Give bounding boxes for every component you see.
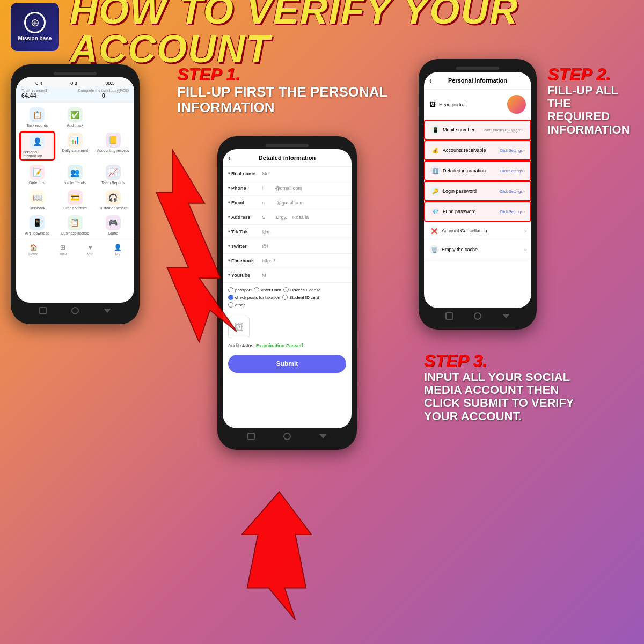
step2-label: STEP 2. [547, 64, 633, 84]
nav-task[interactable]: ⊞ Task [59, 244, 67, 256]
my-icon: 👤 [114, 244, 122, 251]
phone2: ‹ Personal information 🖼 Head portrait [419, 59, 537, 330]
nav-vip-label: VIP [87, 252, 93, 256]
menu-customer-service[interactable]: 🎧 Customer service [95, 188, 131, 211]
menu-order-list[interactable]: 📝 Order List [19, 163, 55, 186]
mobile-value: loco0mete(0)1@gm... [484, 128, 525, 133]
image-placeholder[interactable]: 🖼 [228, 317, 250, 338]
nav-home[interactable]: 🏠 Home [28, 244, 39, 256]
vip-icon: ♥ [89, 244, 92, 251]
twitter-label: * Twitter [228, 244, 258, 249]
business-label: Business license [61, 231, 89, 235]
email-label: * Email [228, 200, 258, 206]
menu-game[interactable]: 🎮 Game [95, 214, 131, 237]
mobile-left: 📱 Mobile number [430, 125, 475, 135]
home-icon: 🏠 [30, 244, 38, 251]
phone3-back-icon[interactable]: ‹ [228, 153, 231, 162]
accounting-label: Accounting records [97, 149, 129, 152]
student-checkbox[interactable] [282, 295, 288, 300]
menu-audit-task[interactable]: ✅ Audit task [57, 106, 93, 129]
taxation-checkbox[interactable] [228, 295, 233, 300]
stat2: 0.8 [70, 80, 77, 86]
portrait-icon: 🖼 [429, 101, 436, 108]
phone2-accounts[interactable]: 💰 Accounts receivable Click Settings › [424, 140, 531, 160]
phone3-triangle-btn [319, 434, 327, 438]
invite-label: Invite friends [64, 181, 86, 185]
phone2-fund-pw[interactable]: 💎 Fund password Click Settings › [424, 201, 531, 222]
step1-desc: FILL-UP FIRST THE PERSONAL INFORMATION [177, 84, 408, 115]
nav-vip[interactable]: ♥ VIP [87, 244, 93, 256]
facebook-value: https:/ [262, 258, 346, 264]
other-label: other [235, 303, 245, 308]
cancellation-arrow: › [524, 228, 526, 234]
loginpw-value: Click Settings › [500, 189, 525, 193]
loginpw-left: 🔑 Login password [430, 186, 477, 196]
daily-statement-icon: 📊 [68, 133, 83, 148]
phone2-cancellation[interactable]: ❌ Account Cancellation › [424, 222, 531, 240]
menu-credit[interactable]: 💳 Credit centres [57, 188, 93, 211]
task-value: 0 [78, 92, 129, 99]
audit-task-icon: ✅ [68, 107, 83, 122]
other-checkbox[interactable] [228, 302, 233, 308]
phone1-stats: 0.4 0.8 30.3 [16, 77, 134, 87]
phone2-notch [424, 64, 531, 72]
stat1: 0.4 [35, 80, 42, 86]
fundpw-icon: 💎 [430, 207, 440, 216]
fundpw-value: Click Settings › [500, 210, 525, 214]
field-tiktok: * Tik Tok @m [223, 225, 352, 239]
cache-label: Empty the cache [442, 247, 478, 252]
step2-area: STEP 2. FILL-UP ALL THE REQUIRED INFORMA… [542, 59, 633, 136]
phone2-cache[interactable]: 🗑️ Empty the cache › [424, 240, 531, 259]
menu-helpbook[interactable]: 📖 Helpbook [19, 188, 55, 211]
driver-label: Driver's License [290, 288, 321, 292]
passport-checkbox[interactable] [228, 287, 233, 292]
portrait-label: Head portrait [439, 102, 467, 107]
menu-task-records[interactable]: 📋 Task records [19, 106, 55, 129]
step3-area: STEP 3. INPUT ALL YOUR SOCIAL MEDIA ACCO… [419, 330, 633, 423]
nav-my[interactable]: 👤 My [114, 244, 122, 256]
phone2-mobile[interactable]: 📱 Mobile number loco0mete(0)1@gm... [424, 120, 531, 140]
field-email: * Email n @gmail.com [223, 196, 352, 210]
menu-business[interactable]: 📋 Business license [57, 214, 93, 237]
app-download-label: APP download [25, 231, 49, 235]
menu-app-download[interactable]: 📱 APP download [19, 214, 55, 237]
portrait-image[interactable] [507, 95, 526, 114]
portrait-left: 🖼 Head portrait [429, 101, 467, 108]
phone2-login-pw[interactable]: 🔑 Login password Click Settings › [424, 181, 531, 201]
phone2-back-icon[interactable]: ‹ [429, 76, 432, 85]
personal-info-label: Personal informat ion [23, 150, 52, 158]
accounts-label: Accounts receivable [443, 148, 486, 153]
step3-desc: INPUT ALL YOUR SOCIAL MEDIA ACCOUNT THEN… [424, 371, 596, 423]
col-left: 0.4 0.8 30.3 Total revenue($) 64.44 Comp… [11, 59, 156, 636]
phone2-detailed[interactable]: ℹ️ Detailed information Click Settings › [424, 160, 531, 181]
phone1: 0.4 0.8 30.3 Total revenue($) 64.44 Comp… [11, 64, 140, 324]
submit-button[interactable]: Submit [228, 355, 346, 373]
menu-team-reports[interactable]: 📈 Team Reports [95, 163, 131, 186]
brand-name: Mission base [18, 35, 52, 42]
customer-service-icon: 🎧 [106, 190, 121, 205]
menu-invite[interactable]: 👥 Invite friends [57, 163, 93, 186]
menu-daily-statement[interactable]: 📊 Daily statement [57, 131, 93, 161]
tiktok-label: * Tik Tok [228, 229, 258, 235]
accounts-left: 💰 Accounts receivable [430, 145, 486, 155]
step1-label: STEP 1. [177, 64, 408, 84]
detailed-label: Detailed information [443, 168, 486, 173]
phone1-menu: 📋 Task records ✅ Audit task 👤 Personal i… [16, 103, 134, 240]
menu-personal-info[interactable]: 👤 Personal informat ion [19, 131, 55, 161]
app-download-icon: 📱 [30, 215, 45, 230]
email-value: n @gmail.com [262, 200, 346, 206]
driver-checkbox[interactable] [283, 287, 289, 292]
team-reports-icon: 📈 [106, 165, 121, 180]
helpbook-icon: 📖 [30, 190, 45, 205]
tiktok-value: @m [262, 229, 346, 235]
phone3-area: ‹ Detailed information * Real name Mer *… [161, 136, 413, 450]
phone3-notch [223, 142, 352, 149]
step3-label: STEP 3. [424, 351, 633, 371]
phone2-buttons [424, 308, 531, 324]
field-youtube: * Youtube M [223, 268, 352, 283]
game-icon: 🎮 [106, 215, 121, 230]
menu-accounting[interactable]: 📒 Accounting records [95, 131, 131, 161]
voter-checkbox[interactable] [254, 287, 259, 292]
phone2-row: ‹ Personal information 🖼 Head portrait [419, 59, 633, 330]
cancellation-label: Account Cancellation [442, 228, 487, 233]
